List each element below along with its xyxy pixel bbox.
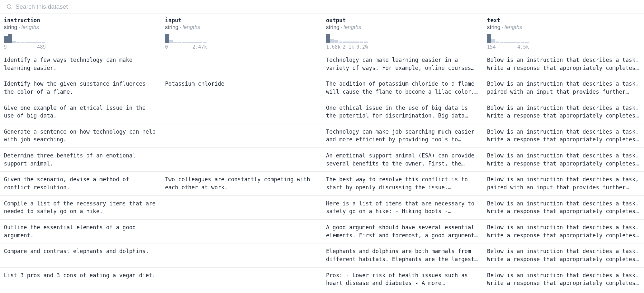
cell-text: Compile a list of the necessary items th… [4, 200, 157, 215]
cell-text: Below is an instruction that describes a… [487, 104, 640, 120]
dataset-table: instructionstring·lengths9489inputstring… [0, 14, 644, 293]
table-row[interactable]: Identify how the given substance influen… [0, 76, 644, 100]
column-histogram: 1.68k2.1k0.2% [326, 33, 479, 50]
cell-text[interactable]: Below is an instruction that describes a… [483, 124, 644, 147]
cell-text: Below is an instruction that describes a… [487, 247, 640, 263]
search-icon [6, 4, 12, 10]
cell-input[interactable] [161, 148, 322, 172]
table-row[interactable]: Give one example of an ethical issue in … [0, 100, 644, 124]
cell-text: Potassium chloride [165, 80, 318, 88]
cell-instruction[interactable]: Identify how the given substance influen… [0, 76, 161, 100]
cell-input[interactable] [161, 291, 322, 293]
column-header-text[interactable]: textstring·lengths1544.5k [483, 14, 644, 52]
cell-text[interactable]: Below is an instruction that describes a… [483, 100, 644, 124]
cell-instruction[interactable]: Determine three benefits of an emotional… [0, 148, 161, 172]
cell-text: Below is an instruction that describes a… [487, 175, 640, 191]
cell-text[interactable]: Below is an instruction that describes a… [483, 76, 644, 100]
cell-text: A good argument should have several esse… [326, 223, 479, 239]
cell-text: Below is an instruction that describes a… [487, 200, 640, 215]
table-row[interactable]: Compare and contrast elephants and dolph… [0, 243, 644, 267]
cell-text: Given the scenario, devise a method of c… [4, 175, 157, 191]
table-row[interactable]: Explain the ethical implications of buil… [0, 291, 644, 293]
cell-text[interactable]: Below is an instruction that describes a… [483, 219, 644, 243]
cell-text: List 3 pros and 3 cons of eating a vegan… [4, 271, 157, 279]
cell-input[interactable] [161, 52, 322, 76]
column-meta: string·lengths [4, 24, 157, 31]
cell-output[interactable]: Technology can make learning easier in a… [322, 52, 483, 76]
table-row[interactable]: Given the scenario, devise a method of c… [0, 172, 644, 195]
cell-text[interactable]: Below is an instruction that describes a… [483, 243, 644, 267]
cell-instruction[interactable]: Compare and contrast elephants and dolph… [0, 243, 161, 267]
cell-text: Below is an instruction that describes a… [487, 128, 640, 144]
cell-input[interactable] [161, 243, 322, 267]
search-input[interactable] [15, 3, 638, 10]
cell-text: Outline the essential elements of a good… [4, 223, 157, 239]
column-meta: string·lengths [326, 24, 479, 31]
cell-instruction[interactable]: Outline the essential elements of a good… [0, 219, 161, 243]
cell-output[interactable]: Here is a list of items that are necessa… [322, 195, 483, 219]
cell-instruction[interactable]: Explain the ethical implications of buil… [0, 291, 161, 293]
cell-text: Identify a few ways technology can make … [4, 56, 157, 72]
cell-text: An emotional support animal (ESA) can pr… [326, 152, 479, 167]
column-header-instruction[interactable]: instructionstring·lengths9489 [0, 14, 161, 52]
cell-text[interactable]: Below is an instruction that describes a… [483, 267, 644, 291]
cell-output[interactable]: The addition of potassium chloride to a … [322, 76, 483, 100]
cell-text: Technology can make learning easier in a… [326, 56, 479, 72]
cell-text: Pros: - Lower risk of health issues such… [326, 271, 479, 287]
table-row[interactable]: Compile a list of the necessary items th… [0, 195, 644, 219]
cell-output[interactable]: The best way to resolve this conflict is… [322, 172, 483, 195]
column-name: input [165, 17, 318, 24]
cell-text: Below is an instruction that describes a… [487, 56, 640, 72]
cell-instruction[interactable]: Given the scenario, devise a method of c… [0, 172, 161, 195]
cell-input[interactable] [161, 124, 322, 147]
cell-text: Two colleagues are constantly competing … [165, 175, 318, 191]
cell-text: The addition of potassium chloride to a … [326, 80, 479, 96]
cell-output[interactable]: Technology can make job searching much e… [322, 124, 483, 147]
cell-input[interactable]: Two colleagues are constantly competing … [161, 172, 322, 195]
column-histogram: 9489 [4, 33, 157, 50]
column-header-output[interactable]: outputstring·lengths1.68k2.1k0.2% [322, 14, 483, 52]
column-name: text [487, 17, 640, 24]
cell-instruction[interactable]: Generate a sentence on how technology ca… [0, 124, 161, 147]
table-row[interactable]: Determine three benefits of an emotional… [0, 148, 644, 172]
column-name: instruction [4, 17, 157, 24]
cell-output[interactable]: Building an AI-controlled healthcare sys… [322, 291, 483, 293]
table-row[interactable]: List 3 pros and 3 cons of eating a vegan… [0, 267, 644, 291]
cell-text[interactable]: Below is an instruction that describes a… [483, 291, 644, 293]
cell-input[interactable]: Potassium chloride [161, 76, 322, 100]
cell-text[interactable]: Below is an instruction that describes a… [483, 195, 644, 219]
cell-input[interactable] [161, 219, 322, 243]
cell-text[interactable]: Below is an instruction that describes a… [483, 52, 644, 76]
cell-instruction[interactable]: Give one example of an ethical issue in … [0, 100, 161, 124]
cell-output[interactable]: An emotional support animal (ESA) can pr… [322, 148, 483, 172]
cell-output[interactable]: Pros: - Lower risk of health issues such… [322, 267, 483, 291]
cell-text: Identify how the given substance influen… [4, 80, 157, 96]
cell-input[interactable] [161, 100, 322, 124]
cell-input[interactable] [161, 267, 322, 291]
table-row[interactable]: Generate a sentence on how technology ca… [0, 124, 644, 147]
cell-text[interactable]: Below is an instruction that describes a… [483, 172, 644, 195]
cell-text: The best way to resolve this conflict is… [326, 175, 479, 191]
table-row[interactable]: Outline the essential elements of a good… [0, 219, 644, 243]
search-bar[interactable] [0, 0, 644, 14]
cell-instruction[interactable]: Compile a list of the necessary items th… [0, 195, 161, 219]
column-histogram: 02.47k [165, 33, 318, 50]
column-header-input[interactable]: inputstring·lengths02.47k [161, 14, 322, 52]
cell-output[interactable]: A good argument should have several esse… [322, 219, 483, 243]
cell-text: Below is an instruction that describes a… [487, 152, 640, 167]
table-row[interactable]: Identify a few ways technology can make … [0, 52, 644, 76]
cell-text: Compare and contrast elephants and dolph… [4, 247, 157, 255]
cell-text[interactable]: Below is an instruction that describes a… [483, 148, 644, 172]
cell-text: Give one example of an ethical issue in … [4, 104, 157, 120]
cell-instruction[interactable]: List 3 pros and 3 cons of eating a vegan… [0, 267, 161, 291]
cell-text: Below is an instruction that describes a… [487, 223, 640, 239]
cell-output[interactable]: One ethical issue in the use of big data… [322, 100, 483, 124]
cell-text: Elephants and dolphins are both mammals … [326, 247, 479, 263]
cell-input[interactable] [161, 195, 322, 219]
column-name: output [326, 17, 479, 24]
cell-instruction[interactable]: Identify a few ways technology can make … [0, 52, 161, 76]
column-histogram: 1544.5k [487, 33, 640, 50]
cell-output[interactable]: Elephants and dolphins are both mammals … [322, 243, 483, 267]
column-meta: string·lengths [165, 24, 318, 31]
cell-text: Generate a sentence on how technology ca… [4, 128, 157, 144]
